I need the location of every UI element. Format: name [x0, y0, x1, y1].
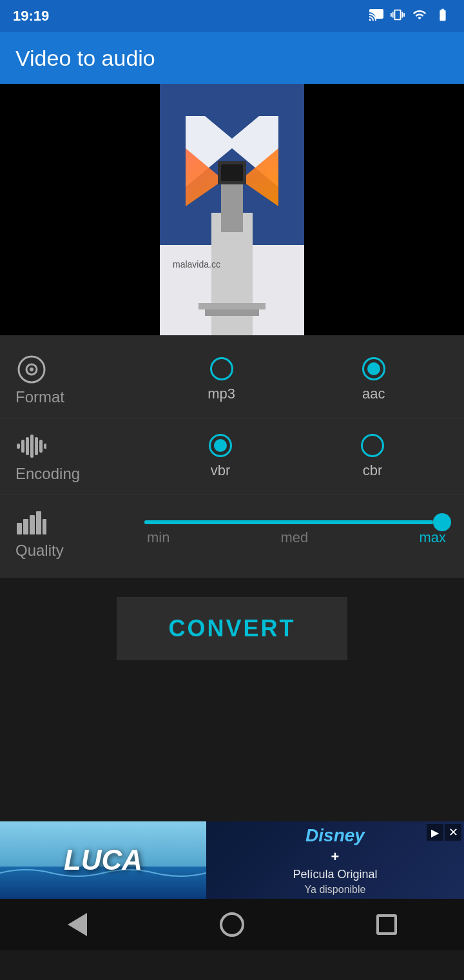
svg-rect-22	[17, 523, 22, 534]
encoding-vbr-option[interactable]: vbr	[209, 434, 232, 479]
format-aac-option[interactable]: aac	[362, 357, 385, 402]
format-label: Format	[15, 388, 64, 406]
svg-rect-6	[221, 181, 243, 232]
format-row: Format mp3 aac	[0, 342, 464, 418]
video-thumbnail: malavida.cc	[160, 84, 304, 335]
nav-back-button[interactable]	[55, 902, 100, 947]
format-mp3-radio[interactable]	[210, 357, 233, 380]
quality-icon	[15, 507, 48, 539]
svg-rect-15	[17, 444, 20, 449]
status-time: 19:19	[13, 8, 49, 24]
encoding-row: Encoding vbr cbr	[0, 418, 464, 495]
status-bar: 19:19	[0, 0, 464, 32]
battery-icon	[434, 8, 451, 25]
convert-button-label: CONVERT	[168, 615, 295, 642]
encoding-vbr-label: vbr	[211, 462, 231, 479]
encoding-vbr-radio[interactable]	[209, 434, 232, 457]
status-icons	[369, 7, 451, 26]
ad-tagline: Película Original	[293, 868, 377, 881]
quality-med-label: med	[281, 529, 309, 546]
convert-button[interactable]: CONVERT	[117, 597, 347, 660]
svg-point-14	[30, 368, 34, 371]
ad-availability: Ya disponible	[305, 884, 366, 896]
svg-rect-21	[44, 444, 46, 449]
quality-label: Quality	[15, 542, 64, 560]
svg-rect-24	[30, 515, 35, 534]
video-preview: malavida.cc	[0, 84, 464, 335]
encoding-icon	[15, 430, 48, 462]
quality-slider-track[interactable]	[144, 520, 449, 524]
vibrate-icon	[391, 8, 405, 25]
encoding-options: vbr cbr	[144, 434, 449, 479]
format-mp3-label: mp3	[208, 386, 235, 402]
svg-rect-25	[36, 511, 41, 534]
ad-brand: Disney	[305, 825, 365, 846]
recent-icon	[376, 914, 397, 935]
wifi-icon	[411, 8, 428, 25]
format-label-group: Format	[15, 353, 144, 406]
nav-recent-button[interactable]	[364, 902, 409, 947]
empty-space	[0, 680, 464, 821]
format-aac-label: aac	[362, 386, 385, 402]
svg-text:malavida.cc: malavida.cc	[173, 259, 220, 270]
nav-home-button[interactable]	[209, 902, 255, 947]
svg-rect-18	[30, 435, 34, 458]
format-mp3-option[interactable]: mp3	[208, 357, 235, 402]
quality-row: Quality min med max	[0, 495, 464, 571]
ad-banner[interactable]: LUCA Disney + Película Original Ya dispo…	[0, 821, 464, 899]
home-icon	[220, 912, 244, 937]
svg-rect-20	[39, 440, 43, 453]
ad-title: LUCA	[64, 844, 142, 876]
svg-rect-23	[23, 519, 28, 534]
video-frame-svg: malavida.cc	[160, 84, 304, 335]
quality-slider-labels: min med max	[144, 529, 449, 546]
format-aac-radio[interactable]	[362, 357, 385, 380]
quality-label-group: Quality	[15, 507, 144, 560]
app-title: Video to audio	[15, 46, 155, 71]
quality-min-label: min	[147, 529, 169, 546]
back-icon	[68, 913, 87, 936]
svg-rect-19	[35, 437, 38, 455]
svg-rect-7	[198, 303, 266, 309]
quality-slider-container: min med max	[144, 520, 449, 546]
ad-disney-section: Disney + Película Original Ya disponible	[206, 821, 464, 899]
encoding-label: Encoding	[15, 465, 80, 483]
format-options: mp3 aac	[144, 357, 449, 402]
svg-rect-8	[205, 309, 259, 316]
format-icon	[15, 353, 48, 386]
encoding-cbr-label: cbr	[363, 462, 383, 479]
encoding-cbr-radio[interactable]	[361, 434, 384, 457]
bottom-nav	[0, 899, 464, 950]
ad-forward-icon[interactable]: ▶	[427, 824, 443, 841]
quality-slider-thumb[interactable]	[433, 513, 451, 531]
encoding-cbr-option[interactable]: cbr	[361, 434, 384, 479]
encoding-label-group: Encoding	[15, 430, 144, 483]
convert-section: CONVERT	[0, 578, 464, 680]
quality-slider-fill	[144, 520, 433, 524]
cast-icon	[369, 7, 384, 26]
svg-rect-17	[26, 437, 29, 455]
ad-close-icon[interactable]: ✕	[445, 824, 461, 841]
controls-panel: Format mp3 aac	[0, 335, 464, 578]
svg-rect-10	[221, 164, 243, 181]
quality-max-label: max	[419, 529, 446, 546]
svg-rect-26	[43, 519, 46, 534]
app-header: Video to audio	[0, 32, 464, 84]
ad-luca-section: LUCA	[0, 821, 206, 899]
svg-rect-16	[21, 440, 24, 453]
